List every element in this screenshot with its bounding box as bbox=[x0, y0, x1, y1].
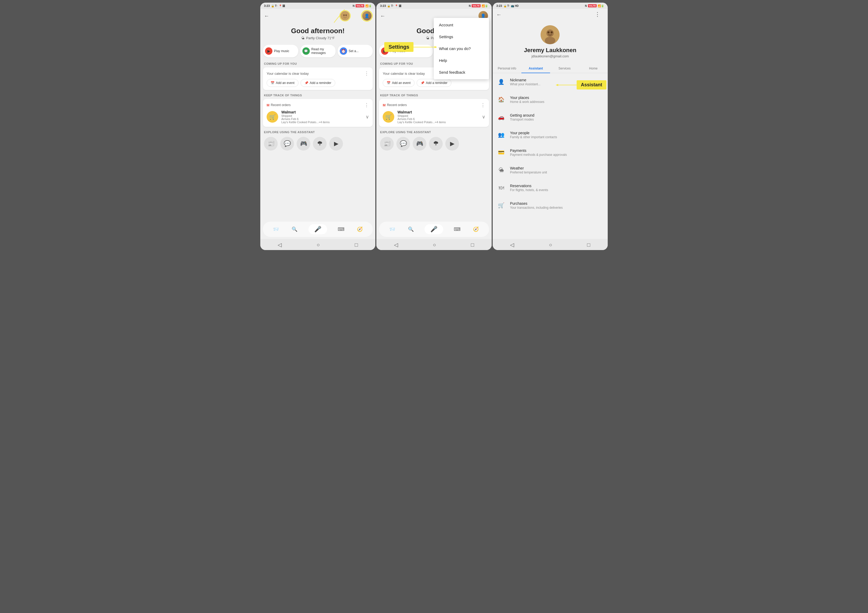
order-info-2: Walmart Shipped Arrives Feb 6 Lay's Kett… bbox=[397, 110, 479, 124]
calendar-text-2: Your calendar is clear today bbox=[383, 71, 425, 76]
set-reminder-btn-1[interactable]: ⏰ Set a... bbox=[338, 45, 373, 57]
order-info-1: Walmart Shipped Arrives Feb 6 Lay's Kett… bbox=[281, 110, 363, 124]
settings-reservations-3[interactable]: 🍽 Reservations For flights, hotels, & ev… bbox=[493, 179, 608, 197]
weather-icon-2: 🌤 bbox=[426, 36, 429, 40]
nav-bar-1: ◁ ○ □ bbox=[260, 239, 375, 250]
settings-getting-around-3[interactable]: 🚗 Getting around Transport modes bbox=[493, 109, 608, 126]
play-music-icon-2: ▶ bbox=[381, 47, 389, 55]
tab-home-3[interactable]: Home bbox=[579, 64, 608, 73]
order-row-2: 🛒 Walmart Shipped Arrives Feb 6 Lay's Ke… bbox=[383, 110, 485, 124]
keyboard-icon-1[interactable]: ⌨ bbox=[336, 225, 346, 234]
avatar-1[interactable]: 👤 bbox=[362, 11, 372, 20]
read-messages-btn-1[interactable]: 💬 Read my messages bbox=[300, 45, 336, 57]
calendar-actions-1: 📅 Add an event 📌 Add a reminder bbox=[267, 79, 369, 87]
recents-nav-3[interactable]: □ bbox=[587, 242, 591, 248]
weather-text-1: Partly Cloudy 71°F bbox=[306, 36, 335, 40]
compass-icon-2[interactable]: 🧭 bbox=[471, 225, 480, 234]
greeting-section-1: Good afternoon! 🌤 Partly Cloudy 71°F bbox=[260, 23, 375, 43]
purchases-text-3: Purchases Your transactions, including d… bbox=[510, 201, 604, 210]
account-avatar-3 bbox=[541, 25, 560, 44]
order-expand-1[interactable]: ∨ bbox=[366, 114, 369, 120]
dropdown-feedback-2[interactable]: Send feedback bbox=[434, 66, 489, 78]
tab-services-3[interactable]: Services bbox=[550, 64, 579, 73]
recents-nav-2[interactable]: □ bbox=[471, 242, 474, 248]
back-nav-3[interactable]: ◁ bbox=[510, 242, 514, 248]
lens-icon-2[interactable]: 🔍 bbox=[406, 225, 415, 234]
explore-play-2[interactable]: ▶ bbox=[445, 137, 459, 151]
screen-3: 3:23 🔒 T· 📺 HD N VoLTE 📶🔋 ← ⋮ bbox=[493, 3, 608, 250]
order-expand-2[interactable]: ∨ bbox=[482, 114, 485, 120]
keyboard-icon-2[interactable]: ⌨ bbox=[453, 225, 462, 234]
explore-news-1[interactable]: 📰 bbox=[264, 137, 277, 151]
orders-more-2[interactable]: ⋮ bbox=[480, 102, 485, 108]
dropdown-help-2[interactable]: Help bbox=[434, 54, 489, 66]
lens-icon-1[interactable]: 🔍 bbox=[290, 225, 299, 234]
settings-purchases-3[interactable]: 🛒 Purchases Your transactions, including… bbox=[493, 197, 608, 214]
settings-nickname-3[interactable]: 👤 Nickname What your Assistant... bbox=[493, 73, 608, 91]
avatar-face-3 bbox=[541, 25, 560, 44]
settings-people-3[interactable]: 👥 Your people Family & other important c… bbox=[493, 126, 608, 144]
avatar-container-1: 👤 bbox=[362, 11, 372, 20]
keep-track-label-2: KEEP TRACK OF THINGS bbox=[377, 91, 491, 98]
mic-btn-2[interactable]: 🎤 bbox=[425, 224, 443, 234]
purchases-icon-3: 🛒 bbox=[496, 200, 506, 210]
explore-game-2[interactable]: 🎮 bbox=[413, 137, 426, 151]
orders-more-1[interactable]: ⋮ bbox=[364, 102, 369, 108]
tab-assistant-3[interactable]: Assistant bbox=[521, 64, 550, 73]
add-reminder-btn-2[interactable]: 📌 Add a reminder bbox=[417, 79, 451, 87]
weather-text-3: Weather Preferred temperature unit bbox=[510, 166, 604, 174]
calendar-actions-2: 📅 Add an event 📌 Add a reminder bbox=[383, 79, 485, 87]
dropdown-what-2[interactable]: What can you do? bbox=[434, 43, 489, 54]
three-dots-3[interactable]: ⋮ bbox=[595, 11, 600, 18]
explore-news-2[interactable]: 📰 bbox=[380, 137, 394, 151]
compass-icon-1[interactable]: 🧭 bbox=[355, 225, 364, 234]
home-nav-2[interactable]: ○ bbox=[433, 242, 436, 248]
add-reminder-btn-1[interactable]: 📌 Add a reminder bbox=[301, 79, 335, 87]
weather-row-1: 🌤 Partly Cloudy 71°F bbox=[264, 36, 372, 40]
recents-nav-1[interactable]: □ bbox=[355, 242, 358, 248]
reservations-text-3: Reservations For flights, hotels, & even… bbox=[510, 184, 604, 192]
nickname-icon-3: 👤 bbox=[496, 77, 506, 87]
explore-label-1: EXPLORE USING THE ASSISTANT bbox=[260, 128, 375, 135]
mic-icon-1: 🎤 bbox=[314, 226, 321, 233]
svg-point-11 bbox=[550, 31, 553, 33]
explore-chat-2[interactable]: 💬 bbox=[396, 137, 410, 151]
explore-chat-1[interactable]: 💬 bbox=[280, 137, 294, 151]
play-music-btn-2[interactable]: ▶ Play music bbox=[379, 45, 433, 57]
explore-label-2: EXPLORE USING THE ASSISTANT bbox=[377, 128, 491, 135]
screen-1: screen1 3:23 🔒 T· 📍 🖼 N VoLTE 📶🔋 ← 👤 bbox=[260, 3, 375, 250]
settings-weather-3[interactable]: 🌦 Weather Preferred temperature unit bbox=[493, 161, 608, 179]
back-button-1[interactable]: ← bbox=[264, 13, 269, 19]
back-button-2[interactable]: ← bbox=[380, 13, 385, 19]
assistant-icon-2[interactable]: 📨 bbox=[388, 225, 397, 234]
add-event-btn-2[interactable]: 📅 Add an event bbox=[383, 79, 414, 87]
places-text-3: Your places Home & work addresses bbox=[510, 96, 604, 104]
mic-btn-1[interactable]: 🎤 bbox=[308, 224, 327, 234]
dropdown-settings-2[interactable]: Settings bbox=[434, 31, 489, 43]
home-nav-3[interactable]: ○ bbox=[549, 242, 552, 248]
explore-cloud-1[interactable]: 🌩 bbox=[313, 137, 327, 151]
settings-payments-3[interactable]: 💳 Payments Payment methods & purchase ap… bbox=[493, 144, 608, 161]
explore-cloud-2[interactable]: 🌩 bbox=[429, 137, 443, 151]
coming-up-label-1: COMING UP FOR YOU bbox=[260, 59, 375, 66]
explore-play-1[interactable]: ▶ bbox=[329, 137, 343, 151]
screen-2: 3:23 🔒 T· 📍 🖼 N VoLTE 📶🔋 ← 👤 Good aft… 🌤… bbox=[377, 3, 491, 250]
add-event-btn-1[interactable]: 📅 Add an event bbox=[267, 79, 298, 87]
svg-point-10 bbox=[547, 31, 550, 33]
settings-places-3[interactable]: 🏠 Your places Home & work addresses bbox=[493, 91, 608, 109]
explore-game-1[interactable]: 🎮 bbox=[297, 137, 310, 151]
play-music-btn-1[interactable]: ▶ Play music bbox=[263, 45, 298, 57]
calendar-more-1[interactable]: ⋮ bbox=[364, 71, 369, 76]
getting-around-text-3: Getting around Transport modes bbox=[510, 113, 604, 121]
home-nav-1[interactable]: ○ bbox=[317, 242, 320, 248]
mic-icon-2: 🎤 bbox=[430, 226, 437, 233]
back-nav-2[interactable]: ◁ bbox=[394, 242, 398, 248]
tab-personal-info-3[interactable]: Personal info bbox=[493, 64, 521, 73]
assistant-icon-1[interactable]: 📨 bbox=[271, 225, 281, 234]
dropdown-account-2[interactable]: Account bbox=[434, 19, 489, 31]
dropdown-menu-2: Account Settings What can you do? Help S… bbox=[434, 18, 489, 79]
people-text-3: Your people Family & other important con… bbox=[510, 131, 604, 139]
account-email-3: jdlaukkonen@gmail.com bbox=[532, 54, 569, 58]
back-nav-1[interactable]: ◁ bbox=[277, 242, 282, 248]
back-button-3[interactable]: ← bbox=[496, 12, 502, 18]
